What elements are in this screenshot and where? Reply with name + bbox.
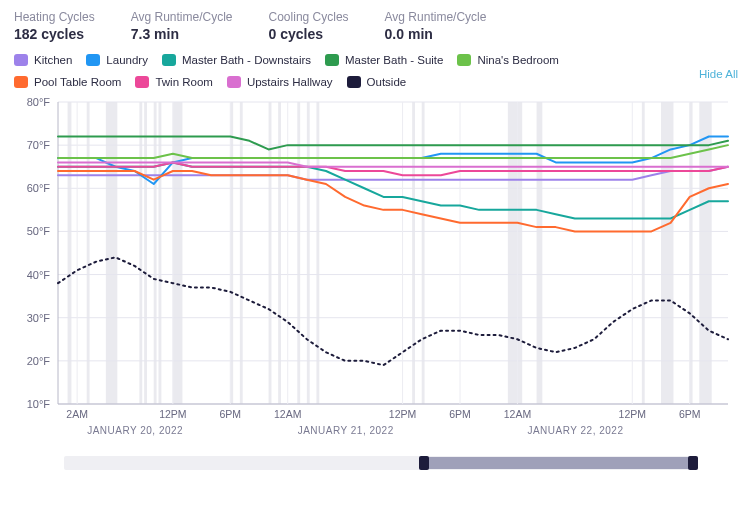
stat-cooling-cycles: Cooling Cycles 0 cycles <box>269 10 349 42</box>
svg-text:6PM: 6PM <box>219 408 241 420</box>
svg-rect-20 <box>661 102 673 404</box>
legend-label: Master Bath - Downstairs <box>182 54 311 66</box>
svg-text:12AM: 12AM <box>274 408 301 420</box>
legend-label: Nina's Bedroom <box>477 54 558 66</box>
svg-rect-5 <box>154 102 157 404</box>
svg-rect-16 <box>422 102 425 404</box>
svg-rect-15 <box>412 102 415 404</box>
legend-item[interactable]: Upstairs Hallway <box>227 76 333 88</box>
legend-swatch <box>347 76 361 88</box>
svg-text:12PM: 12PM <box>159 408 186 420</box>
legend-label: Outside <box>367 76 407 88</box>
stat-label: Avg Runtime/Cycle <box>385 10 487 24</box>
legend-swatch <box>325 54 339 66</box>
hide-all-link[interactable]: Hide All <box>699 68 738 80</box>
svg-rect-0 <box>68 102 72 404</box>
svg-rect-2 <box>106 102 117 404</box>
svg-text:12PM: 12PM <box>619 408 646 420</box>
legend-item[interactable]: Kitchen <box>14 54 72 66</box>
svg-text:JANUARY 21, 2022: JANUARY 21, 2022 <box>298 425 394 436</box>
svg-text:10°F: 10°F <box>27 398 51 410</box>
stat-value: 0 cycles <box>269 26 349 42</box>
legend-label: Kitchen <box>34 54 72 66</box>
svg-text:70°F: 70°F <box>27 139 51 151</box>
scroll-thumb[interactable] <box>419 457 698 469</box>
svg-text:6PM: 6PM <box>449 408 471 420</box>
legend-label: Laundry <box>106 54 148 66</box>
temperature-chart[interactable]: 10°F20°F30°F40°F50°F60°F70°F80°F2AM12PM6… <box>14 98 738 448</box>
legend-item[interactable]: Outside <box>347 76 407 88</box>
legend-swatch <box>14 54 28 66</box>
svg-rect-7 <box>173 102 183 404</box>
stat-value: 0.0 min <box>385 26 487 42</box>
svg-rect-18 <box>537 102 543 404</box>
svg-text:60°F: 60°F <box>27 182 51 194</box>
time-scrollbar[interactable] <box>64 456 698 470</box>
stats-row: Heating Cycles 182 cycles Avg Runtime/Cy… <box>14 10 738 42</box>
svg-text:40°F: 40°F <box>27 269 51 281</box>
legend-item[interactable]: Laundry <box>86 54 148 66</box>
legend-item[interactable]: Nina's Bedroom <box>457 54 558 66</box>
svg-rect-12 <box>297 102 300 404</box>
svg-rect-4 <box>144 102 147 404</box>
svg-text:50°F: 50°F <box>27 225 51 237</box>
svg-text:30°F: 30°F <box>27 312 51 324</box>
svg-text:80°F: 80°F <box>27 98 51 108</box>
legend-swatch <box>457 54 471 66</box>
svg-rect-6 <box>159 102 162 404</box>
legend-item[interactable]: Master Bath - Downstairs <box>162 54 311 66</box>
legend-label: Upstairs Hallway <box>247 76 333 88</box>
legend-item[interactable]: Pool Table Room <box>14 76 121 88</box>
legend-label: Pool Table Room <box>34 76 121 88</box>
legend-swatch <box>227 76 241 88</box>
svg-text:12AM: 12AM <box>504 408 531 420</box>
stat-label: Avg Runtime/Cycle <box>131 10 233 24</box>
svg-rect-19 <box>642 102 645 404</box>
stat-avg-cool-runtime: Avg Runtime/Cycle 0.0 min <box>385 10 487 42</box>
stat-label: Cooling Cycles <box>269 10 349 24</box>
legend: KitchenLaundryMaster Bath - DownstairsMa… <box>14 54 674 88</box>
svg-text:JANUARY 22, 2022: JANUARY 22, 2022 <box>527 425 623 436</box>
legend-item[interactable]: Master Bath - Suite <box>325 54 443 66</box>
svg-rect-3 <box>139 102 142 404</box>
svg-rect-10 <box>269 102 272 404</box>
legend-item[interactable]: Twin Room <box>135 76 213 88</box>
svg-text:12PM: 12PM <box>389 408 416 420</box>
svg-text:20°F: 20°F <box>27 355 51 367</box>
svg-rect-13 <box>307 102 310 404</box>
stat-heating-cycles: Heating Cycles 182 cycles <box>14 10 95 42</box>
scroll-cap-right[interactable] <box>688 456 698 470</box>
svg-text:2AM: 2AM <box>66 408 88 420</box>
legend-swatch <box>86 54 100 66</box>
legend-label: Twin Room <box>155 76 213 88</box>
scroll-cap-left[interactable] <box>419 456 429 470</box>
svg-rect-14 <box>316 102 319 404</box>
stat-avg-heat-runtime: Avg Runtime/Cycle 7.3 min <box>131 10 233 42</box>
svg-rect-1 <box>87 102 90 404</box>
stat-label: Heating Cycles <box>14 10 95 24</box>
svg-rect-17 <box>508 102 522 404</box>
legend-swatch <box>14 76 28 88</box>
svg-text:JANUARY 20, 2022: JANUARY 20, 2022 <box>87 425 183 436</box>
svg-rect-22 <box>699 102 711 404</box>
legend-label: Master Bath - Suite <box>345 54 443 66</box>
svg-text:6PM: 6PM <box>679 408 701 420</box>
legend-swatch <box>135 76 149 88</box>
svg-rect-9 <box>240 102 243 404</box>
stat-value: 182 cycles <box>14 26 95 42</box>
stat-value: 7.3 min <box>131 26 233 42</box>
legend-swatch <box>162 54 176 66</box>
